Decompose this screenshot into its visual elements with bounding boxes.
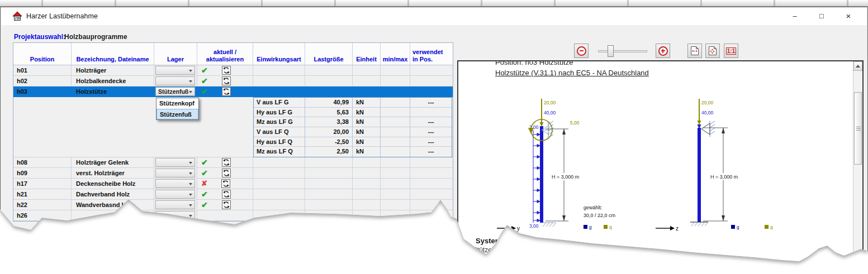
svg-text:q: q	[770, 224, 773, 230]
page-fit-width-icon	[690, 46, 699, 56]
row-name: Wandverbasnd Holz	[72, 200, 154, 210]
zoom-slider-handle[interactable]	[608, 45, 614, 57]
table-row[interactable]: h21 Dachverband Holz	[13, 189, 453, 200]
lager-dropdown-list: Stützenkopf Stützenfuß	[156, 98, 199, 120]
refresh-button[interactable]	[222, 76, 231, 85]
table-row[interactable]: h02 Holzbalkendecke	[13, 76, 453, 86]
svg-text:20,00: 20,00	[701, 100, 714, 105]
refresh-button[interactable]	[222, 169, 231, 177]
torn-window-remnant	[0, 0, 868, 7]
preview-scrollbar[interactable]	[853, 61, 862, 273]
col-header-aktuell: aktuell /aktualisieren	[197, 43, 253, 65]
minus-icon	[577, 46, 586, 56]
project-select-label: Projektauswahl:	[14, 33, 65, 41]
lager-dropdown[interactable]	[155, 76, 195, 85]
titlebar[interactable]: Harzer Lastübernahme – □ ×	[1, 7, 867, 25]
app-window: Harzer Lastübernahme – □ × Projektauswah…	[0, 7, 868, 274]
cross-icon	[201, 179, 207, 189]
row-name: verst. Holzträger	[72, 168, 154, 178]
row-name	[72, 210, 154, 220]
detail-row: V aus LF G 40,99 kN ---	[254, 98, 452, 108]
minimize-button[interactable]: –	[786, 11, 804, 22]
svg-text:40,00: 40,00	[701, 110, 714, 116]
table-row[interactable]: h09 verst. Holzträger	[13, 168, 453, 179]
col-header-einwirkungsart: Einwirkungsart	[253, 43, 305, 65]
lager-dropdown[interactable]	[155, 211, 195, 220]
table-row[interactable]: h22 Wandverbasnd Holz	[13, 200, 453, 210]
lager-dropdown-open[interactable]: Stützenfuß	[155, 87, 195, 96]
svg-text:y: y	[517, 225, 520, 232]
zoom-out-button[interactable]	[574, 44, 589, 58]
svg-text:H = 3,000 m: H = 3,000 m	[710, 174, 738, 180]
col-header-lastgroesse: Lastgröße	[305, 43, 353, 65]
refresh-button[interactable]	[222, 158, 231, 167]
scrollbar-up-button[interactable]	[853, 61, 862, 71]
row-position: h02	[13, 76, 72, 86]
window-title: Harzer Lastübernahme	[26, 12, 98, 20]
detail-row: V aus LF Q 20,00 kN ---	[254, 127, 452, 137]
document-preview[interactable]: Position: h03 Holzstütze Holzstütze (V.3…	[457, 60, 864, 274]
one-to-one-icon: 1:1	[726, 47, 736, 55]
col-header-position: Position	[13, 43, 72, 65]
svg-text:H = 3,000 m: H = 3,000 m	[552, 174, 579, 180]
plus-icon	[658, 46, 668, 56]
row-position: h17	[13, 179, 72, 189]
column-diagram-y: 20,00 40,00 5,00 3,00 H = 3,	[492, 91, 621, 236]
svg-text:z: z	[676, 225, 679, 232]
col-header-lager: Lager	[154, 43, 197, 65]
zoom-in-button[interactable]	[656, 44, 670, 58]
lager-dropdown[interactable]	[155, 66, 195, 75]
svg-text:g: g	[589, 224, 592, 230]
lager-dropdown[interactable]	[155, 158, 195, 167]
scrollbar-thumb[interactable]	[854, 92, 862, 165]
refresh-button[interactable]	[221, 179, 230, 188]
row-name: Holzstütze	[72, 86, 154, 97]
table-row[interactable]: h08 Holzträger Gelenk	[13, 157, 453, 168]
lager-dropdown[interactable]	[155, 190, 195, 199]
load-detail-table: V aus LF G 40,99 kN --- Hy aus LF G 5,63…	[253, 97, 452, 157]
dropdown-option-stuetzenfuss[interactable]: Stützenfuß	[156, 109, 198, 119]
lager-dropdown[interactable]	[155, 200, 195, 209]
row-position: h01	[13, 65, 72, 75]
row-name: Dachverband Holz	[72, 189, 154, 199]
actual-size-button[interactable]: 1:1	[724, 44, 738, 58]
row-name: Holzträger Gelenk	[72, 157, 154, 167]
check-icon	[201, 157, 208, 167]
zoom-slider-track[interactable]	[598, 50, 647, 52]
row-position: h08	[13, 157, 72, 167]
refresh-button[interactable]	[222, 190, 231, 199]
row-position: h22	[13, 200, 72, 210]
detail-row: Mz aus LF Q 2,50 kN ---	[254, 147, 452, 157]
svg-text:40,00: 40,00	[544, 110, 556, 116]
scrollbar-grip-icon	[856, 127, 861, 131]
svg-text:gewählt:: gewählt:	[584, 205, 603, 210]
col-header-name: Bezeichnung, Dateiname	[72, 43, 154, 65]
lager-dropdown[interactable]	[155, 179, 195, 188]
row-position: h09	[13, 168, 72, 178]
lager-dropdown[interactable]	[155, 169, 195, 177]
close-button[interactable]: ×	[839, 11, 857, 22]
page-fit-all-icon	[708, 46, 717, 56]
table-row[interactable]: h01 Holzträger	[13, 65, 453, 76]
refresh-button[interactable]	[222, 87, 231, 96]
row-name: Holzträger	[72, 65, 154, 75]
table-row[interactable]: h17 Deckenscheibe Holz	[13, 179, 453, 189]
refresh-button[interactable]	[222, 66, 231, 75]
maximize-button[interactable]: □	[813, 11, 831, 22]
check-icon	[201, 86, 208, 97]
dropdown-option-stuetzenkopf[interactable]: Stützenkopf	[156, 98, 198, 109]
fit-page-button[interactable]	[705, 44, 720, 58]
preview-footer-heading: Systemwerte	[476, 237, 520, 245]
table-row-selected[interactable]: h03 Holzstütze Stützenfuß	[13, 86, 453, 97]
table-row[interactable]: h26	[13, 210, 453, 221]
svg-text:g: g	[737, 224, 739, 230]
refresh-button[interactable]	[222, 200, 231, 209]
row-position: h26	[13, 210, 72, 220]
table-header-row: Position Bezeichnung, Dateiname Lager ak…	[13, 43, 453, 65]
fit-width-button[interactable]	[687, 44, 702, 58]
col-header-minmax: min/max	[381, 43, 410, 65]
project-select-value[interactable]: Holzbauprogramme	[64, 33, 127, 41]
preview-footer-sub: Stütze	[473, 246, 492, 254]
row-position: h03	[13, 86, 72, 97]
check-icon	[201, 76, 208, 86]
